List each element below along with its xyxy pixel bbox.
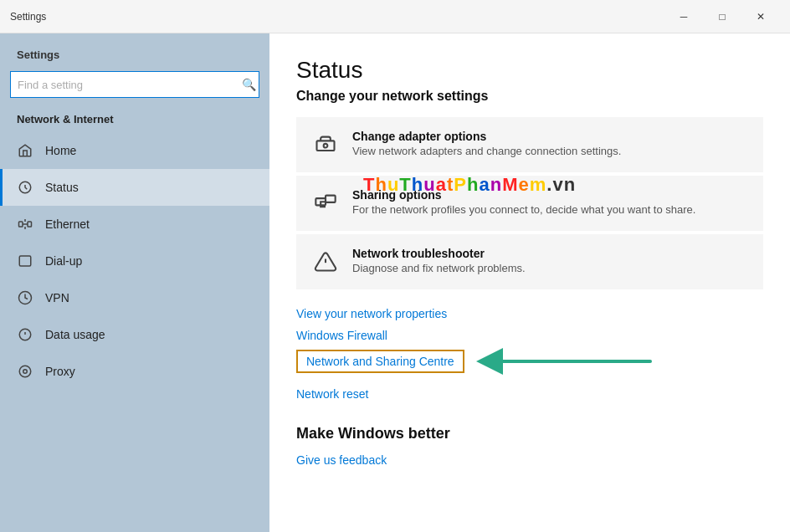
search-container: 🔍 (10, 71, 259, 98)
troubleshooter-item[interactable]: Network troubleshooter Diagnose and fix … (296, 234, 763, 289)
sidebar-item-vpn[interactable]: VPN (0, 279, 269, 316)
sidebar-item-ethernet-label: Ethernet (45, 217, 90, 231)
section-heading: Change your network settings (296, 89, 763, 104)
troubleshooter-desc: Diagnose and fix network problems. (352, 262, 526, 274)
sidebar-item-home-label: Home (45, 144, 76, 157)
sidebar-item-status[interactable]: Status (0, 169, 269, 206)
datausage-icon (17, 326, 33, 343)
troubleshoot-icon (310, 247, 341, 277)
sidebar-item-dialup[interactable]: Dial-up (0, 243, 269, 279)
page-title: Status (296, 57, 763, 84)
sharing-icon (310, 188, 341, 218)
sidebar-app-title: Settings (0, 42, 269, 64)
ethernet-icon (17, 216, 33, 233)
sidebar-item-vpn-label: VPN (45, 291, 69, 304)
sidebar: Settings 🔍 Network & Internet Home (0, 33, 269, 532)
svg-point-6 (19, 366, 31, 377)
svg-rect-1 (19, 222, 23, 227)
svg-rect-2 (28, 222, 32, 227)
feedback-link[interactable]: Give us feedback (296, 449, 763, 471)
title-bar: Settings ─ □ ✕ (0, 0, 790, 33)
sidebar-item-proxy[interactable]: Proxy (0, 353, 269, 390)
make-better-title: Make Windows better (296, 425, 763, 442)
network-sharing-link[interactable]: Network and Sharing Centre (296, 350, 464, 373)
troubleshooter-title: Network troubleshooter (352, 247, 526, 260)
view-properties-link[interactable]: View your network properties (296, 303, 763, 325)
proxy-icon (17, 363, 33, 380)
dialup-icon (17, 253, 33, 269)
home-icon (17, 142, 33, 159)
settings-window: Settings ─ □ ✕ Settings 🔍 Network & Inte… (0, 0, 790, 532)
sidebar-item-status-label: Status (45, 181, 79, 194)
sidebar-item-datausage[interactable]: Data usage (0, 316, 269, 353)
svg-point-8 (324, 144, 328, 148)
troubleshooter-text: Network troubleshooter Diagnose and fix … (352, 247, 526, 274)
svg-rect-7 (317, 141, 335, 151)
sidebar-item-ethernet[interactable]: Ethernet (0, 206, 269, 243)
content-inner: ThuThuatPhanMem.vn Status Change your ne… (296, 57, 763, 471)
adapter-icon (310, 130, 341, 160)
sharing-text: Sharing options For the network profiles… (352, 188, 695, 216)
sidebar-item-datausage-label: Data usage (45, 328, 105, 341)
minimize-button[interactable]: ─ (664, 3, 703, 30)
adapter-text: Change adapter options View network adap… (352, 130, 621, 157)
sidebar-item-dialup-label: Dial-up (45, 254, 82, 268)
main-layout: Settings 🔍 Network & Internet Home (0, 33, 790, 532)
vpn-icon (17, 289, 33, 306)
close-button[interactable]: ✕ (741, 3, 780, 30)
windows-firewall-link[interactable]: Windows Firewall (296, 325, 763, 346)
window-title: Settings (10, 11, 664, 23)
sidebar-section-title: Network & Internet (0, 108, 269, 132)
search-button[interactable]: 🔍 (242, 78, 256, 91)
network-sharing-container: Network and Sharing Centre (296, 346, 763, 376)
window-controls: ─ □ ✕ (664, 3, 780, 30)
content-panel: ThuThuatPhanMem.vn Status Change your ne… (269, 33, 790, 532)
change-adapter-item[interactable]: Change adapter options View network adap… (296, 117, 763, 172)
maximize-button[interactable]: □ (703, 3, 741, 30)
network-reset-link[interactable]: Network reset (296, 383, 763, 405)
svg-rect-10 (326, 196, 336, 202)
arrow-icon (475, 346, 659, 376)
svg-point-5 (23, 370, 28, 374)
search-input[interactable] (10, 71, 259, 98)
adapter-title: Change adapter options (352, 130, 621, 143)
sidebar-item-proxy-label: Proxy (45, 365, 75, 378)
sharing-title: Sharing options (352, 188, 695, 202)
adapter-desc: View network adapters and change connect… (352, 145, 621, 157)
sidebar-item-home[interactable]: Home (0, 132, 269, 169)
sharing-options-item[interactable]: Sharing options For the network profiles… (296, 176, 763, 231)
status-icon (17, 179, 33, 196)
sharing-desc: For the network profiles you connect to,… (352, 203, 695, 216)
